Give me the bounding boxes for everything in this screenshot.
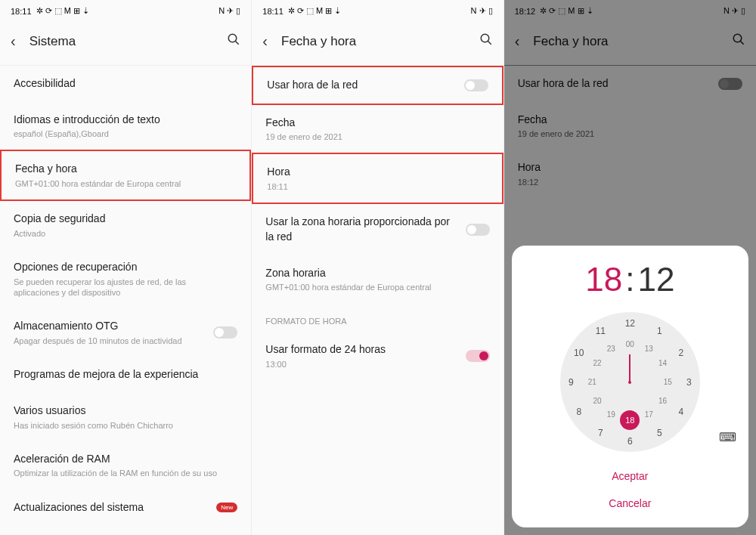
settings-item[interactable]: Copia de seguridadActivado [0,201,251,249]
settings-item[interactable]: Actualizaciones del sistemaNew [0,490,251,526]
item-title: Fecha [265,116,482,131]
clock-hour-1[interactable]: 1 [652,323,667,339]
settings-item[interactable]: Almacenamiento OTGApagar después de 10 m… [0,308,251,357]
toggle-switch[interactable] [466,350,490,362]
header: ‹ Fecha y hora [252,22,503,65]
clock-hour-19[interactable]: 19 [603,407,618,422]
clock-hour-20[interactable]: 20 [590,394,605,409]
svg-point-2 [481,34,489,42]
item-subtitle: Se pueden recuperar los ajustes de red, … [14,277,230,298]
settings-item[interactable]: Apagar [0,525,251,535]
clock-hour-00[interactable]: 00 [622,337,637,352]
clock-hour-5[interactable]: 5 [652,425,667,441]
status-icons-left: ✲ ⟳ ⬚ M ⊞ ⇣ [36,6,89,16]
item-title: Copia de seguridad [14,212,230,227]
search-icon[interactable] [227,32,240,50]
clock-hour-4[interactable]: 4 [674,404,689,419]
settings-item[interactable]: Fecha19 de enero de 2021 [252,105,503,153]
status-icons-right: N ✈ ▯ [471,6,493,16]
time-display: 18:12 [521,261,739,298]
item-subtitle: Activado [14,228,230,239]
item-title: Usar la zona horaria proporcionada por l… [265,215,457,244]
settings-item[interactable]: Aceleración de RAMOptimizar la utilizaci… [0,441,251,490]
clock-face[interactable]: 121234567891011001314151617181920212223 [560,312,700,452]
clock-hour-15[interactable]: 15 [660,375,675,390]
back-icon[interactable]: ‹ [11,32,16,50]
item-title: Programas de mejora de la experiencia [14,367,230,382]
status-icons-left: ✲ ⟳ ⬚ M ⊞ ⇣ [288,6,341,16]
item-subtitle: GMT+01:00 hora estándar de Europa centra… [265,282,482,292]
page-title: Sistema [29,34,228,49]
clock-hand [629,354,631,382]
item-title: Opciones de recuperación [14,260,230,275]
settings-item[interactable]: Idiomas e introducción de textoespañol (… [0,102,251,150]
clock-hour-10[interactable]: 10 [572,345,587,360]
item-title: Almacenamiento OTG [14,319,206,334]
clock-hour-12[interactable]: 12 [622,316,637,331]
item-title: Idiomas e introducción de texto [14,113,230,128]
accept-button[interactable]: Aceptar [521,462,739,490]
item-title: Zona horaria [265,266,482,281]
settings-item[interactable]: Varios usuariosHas iniciado sesión como … [0,393,251,441]
time-picker-dialog: 18:12 1212345678910110013141516171819202… [512,246,748,527]
settings-item[interactable]: Hora18:11 [252,153,503,204]
clock-hour-22[interactable]: 22 [590,356,605,371]
toggle-switch[interactable] [464,79,488,91]
item-title: Fecha y hora [15,162,228,177]
settings-item[interactable]: Zona horariaGMT+01:00 hora estándar de E… [252,255,503,304]
hour-value[interactable]: 18 [585,261,622,298]
clock-hour-7[interactable]: 7 [593,425,608,441]
keyboard-icon[interactable]: ⌨ [719,430,736,444]
status-icons-right: N ✈ ▯ [218,6,240,16]
header: ‹ Sistema [0,22,251,65]
clock-hour-23[interactable]: 23 [603,342,618,357]
toggle-switch[interactable] [466,224,490,236]
clock-hour-8[interactable]: 8 [572,404,587,419]
item-title: Varios usuarios [14,404,230,419]
back-icon[interactable]: ‹ [262,32,268,50]
status-bar: 18:11 ✲ ⟳ ⬚ M ⊞ ⇣ N ✈ ▯ [0,0,251,22]
toggle-switch[interactable] [213,326,237,339]
clock-hour-9[interactable]: 9 [563,375,578,390]
item-subtitle: Optimizar la utilización de la RAM en fu… [14,468,230,478]
item-subtitle: Apagar después de 10 minutos de inactivi… [14,336,206,346]
item-subtitle: 13:00 [265,359,457,370]
settings-item[interactable]: Usar hora de la red [252,66,503,105]
clock-hour-14[interactable]: 14 [655,356,671,371]
clock-hour-21[interactable]: 21 [584,375,600,390]
item-title: Accesibilidad [14,76,230,91]
svg-line-3 [488,41,491,45]
clock-hour-2[interactable]: 2 [674,345,689,360]
clock-hour-6[interactable]: 6 [622,434,637,449]
minute-value[interactable]: 12 [637,261,674,298]
cancel-button[interactable]: Cancelar [521,490,739,517]
item-title: Actualizaciones del sistema [14,500,209,515]
clock-hour-11[interactable]: 11 [593,323,608,339]
item-subtitle: GMT+01:00 hora estándar de Europa centra… [15,178,228,189]
item-title: Usar formato de 24 horas [265,342,457,357]
screen-time-picker: 18:12 ✲ ⟳ ⬚ M ⊞ ⇣ N ✈ ▯ ‹ Fecha y hora U… [504,0,756,535]
status-time: 18:11 [11,7,32,16]
settings-item[interactable]: Fecha y horaGMT+01:00 hora estándar de E… [0,150,251,201]
item-subtitle: Has iniciado sesión como Rubén Chicharro [14,420,230,431]
settings-item[interactable]: Accesibilidad [0,66,251,102]
search-icon[interactable] [479,32,493,50]
clock-hour-17[interactable]: 17 [641,407,656,422]
clock-hour-3[interactable]: 3 [681,375,696,390]
screen-sistema: 18:11 ✲ ⟳ ⬚ M ⊞ ⇣ N ✈ ▯ ‹ Sistema Accesi… [0,0,252,535]
status-time: 18:11 [262,7,284,16]
item-subtitle: español (España),Gboard [14,128,230,139]
svg-point-0 [229,34,237,42]
settings-item[interactable]: Opciones de recuperaciónSe pueden recupe… [0,249,251,308]
clock-center [628,381,631,384]
clock-hour-13[interactable]: 13 [641,342,656,357]
settings-item[interactable]: Programas de mejora de la experiencia [0,357,251,393]
clock-hour-16[interactable]: 16 [655,394,671,409]
clock-selected-hour[interactable]: 18 [620,410,640,430]
settings-item[interactable]: Usar formato de 24 horas13:00 [252,332,503,380]
status-bar: 18:11 ✲ ⟳ ⬚ M ⊞ ⇣ N ✈ ▯ [252,0,503,22]
item-title: Aceleración de RAM [14,452,230,467]
item-subtitle: 18:11 [267,181,480,192]
svg-line-1 [236,41,240,45]
settings-item[interactable]: Usar la zona horaria proporcionada por l… [252,204,503,255]
